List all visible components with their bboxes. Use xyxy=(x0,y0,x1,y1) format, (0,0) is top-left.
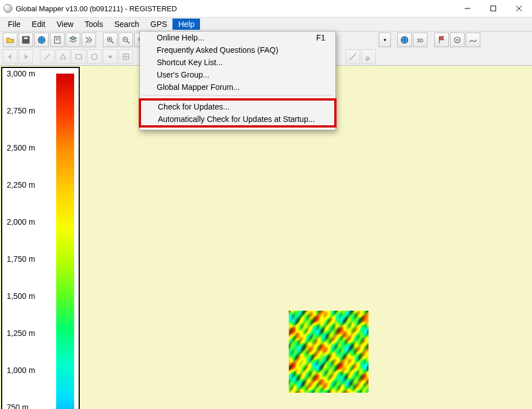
help-menu-item[interactable]: Automatically Check for Updates at Start… xyxy=(141,113,334,125)
help-menu-item[interactable]: User's Group... xyxy=(140,69,335,81)
flag-icon[interactable] xyxy=(434,33,449,47)
circle-icon xyxy=(87,49,102,64)
close-button[interactable] xyxy=(506,0,532,17)
help-menu-item[interactable]: Frequently Asked Questions (FAQ) xyxy=(140,44,335,56)
svg-line-11 xyxy=(111,41,113,43)
menubar: FileEditViewToolsSearchGPSHelp xyxy=(0,17,532,31)
poly-icon xyxy=(56,49,70,64)
svg-rect-24 xyxy=(76,54,81,59)
point-icon xyxy=(103,49,117,64)
menu-view[interactable]: View xyxy=(51,19,79,30)
svg-point-25 xyxy=(92,54,97,60)
toolbar-combo-dropdown[interactable]: ▾ xyxy=(379,33,391,47)
maximize-button[interactable] xyxy=(480,0,506,17)
save-icon[interactable] xyxy=(19,33,33,47)
menu-edit[interactable]: Edit xyxy=(26,19,51,30)
line-icon xyxy=(40,49,54,64)
zoom-out-icon[interactable] xyxy=(119,33,133,47)
menu-tools[interactable]: Tools xyxy=(79,19,109,30)
menu-search[interactable]: Search xyxy=(108,19,144,30)
update-items-highlight: Check for Updates...Automatically Check … xyxy=(139,98,337,128)
help-menu-item[interactable]: Check for Updates... xyxy=(141,101,334,113)
script-icon[interactable] xyxy=(81,33,96,47)
legend-tick: 1,750 m xyxy=(7,255,35,263)
legend-gradient xyxy=(56,74,74,409)
rect-icon xyxy=(71,49,86,64)
layers-icon[interactable] xyxy=(66,33,80,47)
menu-file[interactable]: File xyxy=(2,19,26,30)
grid-icon xyxy=(119,49,133,64)
window-title: Global Mapper v13.00 (b091211) - REGISTE… xyxy=(16,4,177,13)
legend-tick: 1,000 m xyxy=(7,366,35,375)
legend-tick: 1,500 m xyxy=(7,292,35,301)
legend-tick: 1,250 m xyxy=(7,329,35,338)
3d-icon[interactable]: 3D xyxy=(413,33,428,47)
svg-rect-1 xyxy=(491,6,496,11)
legend-tick: 2,000 m xyxy=(7,217,35,226)
legend-tick: 750 m xyxy=(7,403,29,409)
brush-icon xyxy=(361,49,376,64)
hand-next-icon xyxy=(19,49,33,64)
help-menu-item[interactable]: Online Help...F1 xyxy=(140,31,335,44)
svg-point-22 xyxy=(457,39,458,40)
hand-prev-icon xyxy=(3,49,17,64)
svg-rect-5 xyxy=(24,37,28,39)
legend-tick: 3,000 m xyxy=(7,69,35,78)
path-icon[interactable] xyxy=(466,33,480,47)
legend-tick: 2,750 m xyxy=(7,106,35,115)
svg-text:3D: 3D xyxy=(417,38,424,43)
menu-gps[interactable]: GPS xyxy=(145,19,173,30)
terrain-thumbnail xyxy=(289,311,369,393)
titlebar: Global Mapper v13.00 (b091211) - REGISTE… xyxy=(0,0,532,17)
legend-tick: 2,500 m xyxy=(7,143,35,152)
help-menu-item[interactable]: Shortcut Key List... xyxy=(140,56,335,69)
svg-point-26 xyxy=(109,56,111,58)
legend-tick: 2,250 m xyxy=(7,180,35,189)
zoom-in-icon[interactable] xyxy=(103,33,117,47)
menu-help[interactable]: Help xyxy=(172,19,200,30)
open-icon[interactable] xyxy=(3,33,17,47)
svg-line-23 xyxy=(44,54,50,60)
doc-icon[interactable] xyxy=(50,33,65,47)
minimize-button[interactable] xyxy=(454,0,480,17)
help-menu-item[interactable]: Global Mapper Forum... xyxy=(140,81,335,93)
help-menu-dropdown: Online Help...F1Frequently Asked Questio… xyxy=(139,31,336,130)
app-icon xyxy=(3,4,12,13)
elevation-legend: 3,000 m2,750 m2,500 m2,250 m2,000 m1,750… xyxy=(1,67,80,409)
window-controls xyxy=(454,0,532,17)
measure-icon xyxy=(345,49,360,64)
globe2-icon[interactable] xyxy=(397,33,412,47)
target-icon[interactable] xyxy=(450,33,465,47)
svg-line-15 xyxy=(127,41,129,43)
globe-icon[interactable] xyxy=(34,33,49,47)
